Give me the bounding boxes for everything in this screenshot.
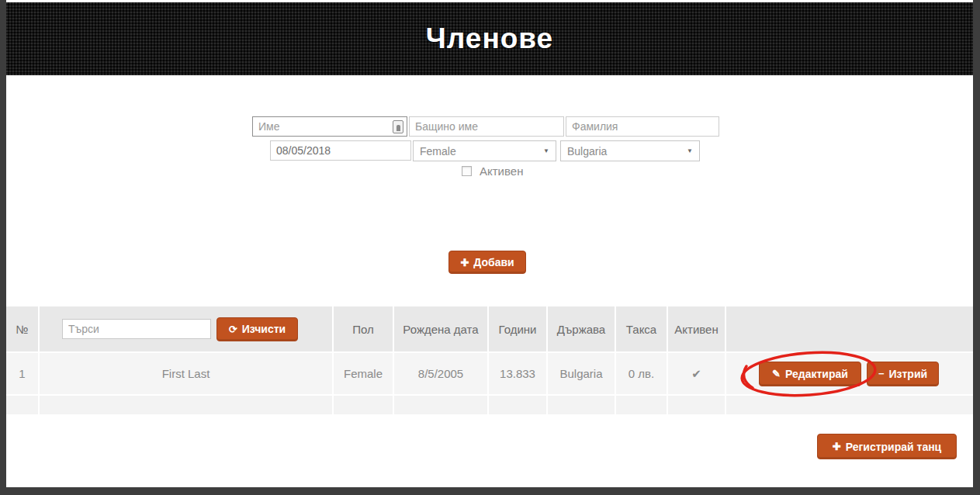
register-dance-button[interactable]: ✚ Регистрирай танц <box>817 434 957 459</box>
cell-fee: 0 лв. <box>616 353 667 394</box>
clear-button[interactable]: ⟳ Изчисти <box>216 317 298 341</box>
members-table: № ⟳ Изчисти Пол Рождена дата Години Държ… <box>6 306 973 414</box>
minus-icon: − <box>878 368 885 379</box>
empty-cell <box>548 396 615 414</box>
cell-birth-date: 8/5/2005 <box>394 353 487 394</box>
cell-active: ✔ <box>668 353 725 394</box>
plus-icon: ✚ <box>833 441 841 452</box>
add-button-label: Добави <box>473 256 514 268</box>
autofill-icon[interactable] <box>393 120 403 133</box>
delete-button-label: Изтрий <box>888 368 927 380</box>
delete-button[interactable]: − Изтрий <box>867 362 939 386</box>
first-name-input[interactable] <box>252 116 407 137</box>
col-header-birth-date: Рождена дата <box>394 306 487 351</box>
country-select-value: Bulgaria <box>567 145 607 158</box>
col-header-gender: Пол <box>334 306 393 351</box>
empty-cell <box>668 396 725 414</box>
gender-select[interactable]: Female ▼ <box>413 140 556 161</box>
chevron-down-icon: ▼ <box>687 147 693 154</box>
check-icon: ✔ <box>691 367 701 381</box>
plus-icon: ✚ <box>460 257 469 268</box>
search-header-cell: ⟳ Изчисти <box>40 306 332 351</box>
active-checkbox-label: Активен <box>480 164 523 178</box>
table-search-input[interactable] <box>62 319 211 339</box>
register-dance-button-label: Регистрирай танц <box>846 441 942 453</box>
edit-button-label: Редактирай <box>785 368 848 380</box>
add-button[interactable]: ✚ Добави <box>448 251 526 274</box>
page-title: Членове <box>426 22 553 55</box>
last-name-input[interactable] <box>566 116 719 137</box>
col-header-country: Държава <box>548 306 615 351</box>
empty-cell <box>6 396 38 414</box>
cell-gender: Female <box>334 353 393 394</box>
empty-cell <box>726 396 973 414</box>
col-header-age: Години <box>489 306 546 351</box>
empty-cell <box>334 396 393 414</box>
country-select[interactable]: Bulgaria ▼ <box>560 140 700 161</box>
refresh-icon: ⟳ <box>229 324 237 335</box>
pencil-icon: ✎ <box>772 368 781 379</box>
empty-cell <box>489 396 546 414</box>
birth-date-input[interactable] <box>270 140 411 161</box>
col-header-actions <box>726 306 973 351</box>
gender-select-value: Female <box>420 145 456 158</box>
chevron-down-icon: ▼ <box>543 147 549 154</box>
page: Членове Female ▼ Bulgaria ▼ Активен ✚ До… <box>6 0 973 487</box>
cell-age: 13.833 <box>489 353 546 394</box>
empty-cell <box>394 396 487 414</box>
cell-number: 1 <box>6 353 38 394</box>
clear-button-label: Изчисти <box>242 323 286 335</box>
col-header-number: № <box>6 306 38 351</box>
cell-actions: ✎ Редактирай − Изтрий <box>726 353 973 394</box>
col-header-active: Активен <box>668 306 725 351</box>
page-header: Членове <box>6 2 973 75</box>
empty-cell <box>40 396 332 414</box>
col-header-fee: Такса <box>616 306 667 351</box>
edit-button[interactable]: ✎ Редактирай <box>759 362 861 386</box>
cell-name: First Last <box>40 353 332 394</box>
active-checkbox[interactable] <box>462 166 472 176</box>
empty-cell <box>616 396 667 414</box>
middle-name-input[interactable] <box>409 116 564 137</box>
viewport: Членове Female ▼ Bulgaria ▼ Активен ✚ До… <box>0 0 980 495</box>
cell-country: Bulgaria <box>548 353 615 394</box>
